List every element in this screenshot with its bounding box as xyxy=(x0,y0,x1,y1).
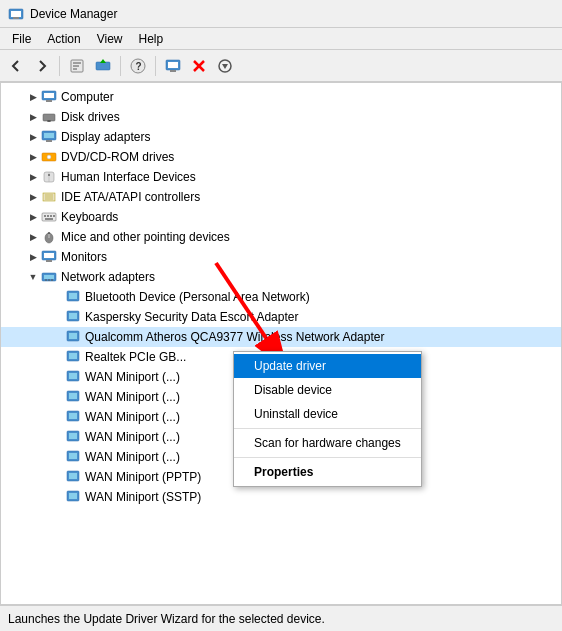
svg-rect-73 xyxy=(69,493,77,499)
svg-text:?: ? xyxy=(136,61,142,72)
icon-wan-pptp xyxy=(65,469,81,485)
menu-help[interactable]: Help xyxy=(131,30,172,48)
title-bar-title: Device Manager xyxy=(30,7,117,21)
title-bar: Device Manager xyxy=(0,0,562,28)
icon-network xyxy=(41,269,57,285)
label-wan3: WAN Miniport (...) xyxy=(85,410,180,424)
help-button[interactable]: ? xyxy=(126,54,150,78)
tree-item-disk[interactable]: ▶ Disk drives xyxy=(1,107,561,127)
tree-item-bluetooth[interactable]: Bluetooth Device (Personal Area Network) xyxy=(1,287,561,307)
svg-rect-37 xyxy=(47,215,49,217)
expand-network[interactable]: ▼ xyxy=(25,269,41,285)
tree-item-dvd[interactable]: ▶ DVD/CD-ROM drives xyxy=(1,147,561,167)
ctx-properties[interactable]: Properties xyxy=(234,460,421,484)
expand-monitors[interactable]: ▶ xyxy=(25,249,41,265)
tree-item-display[interactable]: ▶ Display adapters xyxy=(1,127,561,147)
expand-display[interactable]: ▶ xyxy=(25,129,41,145)
menu-file[interactable]: File xyxy=(4,30,39,48)
expand-computer[interactable]: ▶ xyxy=(25,89,41,105)
svg-rect-59 xyxy=(69,353,77,359)
toolbar: ? xyxy=(0,50,562,82)
label-monitors: Monitors xyxy=(61,250,107,264)
label-wan5: WAN Miniport (...) xyxy=(85,450,180,464)
svg-rect-65 xyxy=(69,413,77,419)
svg-rect-19 xyxy=(44,93,54,98)
tree-item-keyboard[interactable]: ▶ Keyboards xyxy=(1,207,561,227)
label-disk: Disk drives xyxy=(61,110,120,124)
back-button[interactable] xyxy=(4,54,28,78)
tree-item-network[interactable]: ▼ Network adapters xyxy=(1,267,561,287)
scan-button[interactable] xyxy=(213,54,237,78)
svg-rect-40 xyxy=(45,218,53,220)
expand-placeholder xyxy=(49,289,65,305)
expand-placeholder3 xyxy=(49,329,65,345)
tree-item-qualcomm[interactable]: Qualcomm Atheros QCA9377 Wireless Networ… xyxy=(1,327,561,347)
expand-disk[interactable]: ▶ xyxy=(25,109,41,125)
svg-rect-25 xyxy=(46,140,52,142)
svg-rect-53 xyxy=(69,293,77,299)
menu-action[interactable]: Action xyxy=(39,30,88,48)
status-text: Launches the Update Driver Wizard for th… xyxy=(8,612,325,626)
delete-button[interactable] xyxy=(187,54,211,78)
tree-item-wan-sstp[interactable]: WAN Miniport (SSTP) xyxy=(1,487,561,507)
svg-rect-48 xyxy=(44,275,54,279)
label-kaspersky: Kaspersky Security Data Escort Adapter xyxy=(85,310,298,324)
toolbar-sep-2 xyxy=(120,56,121,76)
svg-rect-38 xyxy=(50,215,52,217)
label-realtek: Realtek PCIe GB... xyxy=(85,350,186,364)
label-hid: Human Interface Devices xyxy=(61,170,196,184)
expand-keyboard[interactable]: ▶ xyxy=(25,209,41,225)
ctx-uninstall-device[interactable]: Uninstall device xyxy=(234,402,421,426)
expand-hid[interactable]: ▶ xyxy=(25,169,41,185)
expand-mice[interactable]: ▶ xyxy=(25,229,41,245)
toolbar-sep-3 xyxy=(155,56,156,76)
expand-dvd[interactable]: ▶ xyxy=(25,149,41,165)
expand-ide[interactable]: ▶ xyxy=(25,189,41,205)
icon-disk xyxy=(41,109,57,125)
expand-placeholder4 xyxy=(49,349,65,365)
icon-wan-sstp xyxy=(65,489,81,505)
ctx-scan-hardware[interactable]: Scan for hardware changes xyxy=(234,431,421,455)
label-mice: Mice and other pointing devices xyxy=(61,230,230,244)
label-network: Network adapters xyxy=(61,270,155,284)
context-menu: Update driver Disable device Uninstall d… xyxy=(233,351,422,487)
label-ide: IDE ATA/ATAPI controllers xyxy=(61,190,200,204)
icon-kaspersky xyxy=(65,309,81,325)
ctx-update-driver[interactable]: Update driver xyxy=(234,354,421,378)
svg-rect-61 xyxy=(69,373,77,379)
icon-monitors xyxy=(41,249,57,265)
svg-rect-55 xyxy=(69,313,77,319)
label-keyboard: Keyboards xyxy=(61,210,118,224)
svg-point-43 xyxy=(48,232,50,234)
icon-wan1 xyxy=(65,369,81,385)
status-bar: Launches the Update Driver Wizard for th… xyxy=(0,605,562,631)
tree-item-mice[interactable]: ▶ Mice and other pointing devices xyxy=(1,227,561,247)
svg-rect-39 xyxy=(53,215,55,217)
icon-ide xyxy=(41,189,57,205)
tree-item-monitors[interactable]: ▶ Monitors xyxy=(1,247,561,267)
forward-button[interactable] xyxy=(30,54,54,78)
ctx-separator-2 xyxy=(234,457,421,458)
tree-item-kaspersky[interactable]: Kaspersky Security Data Escort Adapter xyxy=(1,307,561,327)
svg-point-22 xyxy=(47,120,51,122)
svg-rect-63 xyxy=(69,393,77,399)
ctx-disable-device[interactable]: Disable device xyxy=(234,378,421,402)
update-driver-button[interactable] xyxy=(91,54,115,78)
icon-wan4 xyxy=(65,429,81,445)
label-dvd: DVD/CD-ROM drives xyxy=(61,150,174,164)
svg-marker-8 xyxy=(100,59,106,63)
screen-button[interactable] xyxy=(161,54,185,78)
main-content: ▶ Computer ▶ Disk drives ▶ Display adapt… xyxy=(0,82,562,605)
label-wan4: WAN Miniport (...) xyxy=(85,430,180,444)
tree-item-ide[interactable]: ▶ IDE ATA/ATAPI controllers xyxy=(1,187,561,207)
icon-computer xyxy=(41,89,57,105)
svg-rect-1 xyxy=(11,11,21,17)
svg-rect-12 xyxy=(168,62,178,68)
menu-view[interactable]: View xyxy=(89,30,131,48)
tree-item-hid[interactable]: ▶ Human Interface Devices xyxy=(1,167,561,187)
properties-button[interactable] xyxy=(65,54,89,78)
icon-bluetooth xyxy=(65,289,81,305)
tree-item-computer[interactable]: ▶ Computer xyxy=(1,87,561,107)
svg-point-27 xyxy=(47,155,51,159)
icon-realtek xyxy=(65,349,81,365)
